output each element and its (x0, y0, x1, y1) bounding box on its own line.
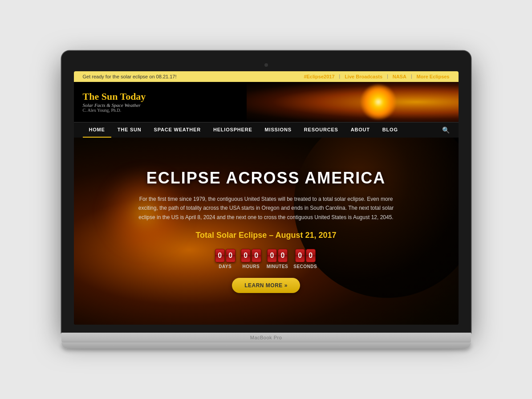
minutes-digit-1: 0 (267, 249, 277, 262)
days-digits: 0 0 (215, 249, 236, 262)
camera (264, 63, 268, 67)
hours-digits: 0 0 (241, 249, 261, 262)
hero-description: For the first time since 1979, the conti… (137, 195, 395, 222)
announcement-text: Get ready for the solar eclipse on 08.21… (83, 74, 177, 79)
nav-links: HOME THE SUN SPACE WEATHER HELIOSPHERE M… (83, 122, 404, 138)
nav-item-the-sun[interactable]: THE SUN (111, 122, 148, 138)
header-sun-glow (361, 84, 396, 120)
nav-item-heliosphere[interactable]: HELIOSPHERE (207, 122, 259, 138)
nav-item-resources[interactable]: RESOURCES (298, 122, 345, 138)
logo-subtitle: Solar Facts & Space Weather (83, 102, 146, 108)
countdown-days: 0 0 Days (215, 249, 236, 269)
eclipse2017-link[interactable]: #Eclipse2017 (304, 74, 334, 79)
announcement-bar: Get ready for the solar eclipse on 08.21… (74, 71, 459, 82)
days-digit-2: 0 (226, 249, 236, 262)
live-broadcasts-link[interactable]: Live Broadcasts (345, 74, 382, 79)
seconds-digit-1: 0 (295, 249, 305, 262)
learn-more-button[interactable]: LEARN MORE » (232, 278, 300, 293)
minutes-digit-2: 0 (278, 249, 288, 262)
minutes-digits: 0 0 (267, 249, 288, 262)
nav-item-about[interactable]: ABOUT (345, 122, 376, 138)
minutes-label: Minutes (267, 264, 288, 269)
nasa-link[interactable]: NASA (393, 74, 406, 79)
announcement-links: #Eclipse2017 | Live Broadcasts | NASA | … (304, 74, 449, 79)
more-eclipses-link[interactable]: More Eclipses (417, 74, 450, 79)
countdown-minutes: 0 0 Minutes (267, 249, 288, 269)
site-logo: The Sun Today Solar Facts & Space Weathe… (83, 91, 146, 113)
macbook-base (61, 342, 471, 349)
hero-section: ECLIPSE ACROSS AMERICA For the first tim… (74, 138, 459, 325)
macbook-label: MacBook Pro (250, 335, 282, 340)
website: Get ready for the solar eclipse on 08.21… (74, 71, 459, 325)
main-nav: HOME THE SUN SPACE WEATHER HELIOSPHERE M… (74, 122, 459, 138)
separator-2: | (387, 74, 388, 79)
days-label: Days (219, 264, 231, 269)
days-digit-1: 0 (215, 249, 225, 262)
separator-1: | (339, 74, 341, 79)
nav-item-home[interactable]: HOME (83, 122, 111, 138)
screen: Get ready for the solar eclipse on 08.21… (74, 71, 459, 325)
hero-subtitle: Total Solar Eclipse – August 21, 2017 (137, 231, 395, 240)
seconds-digit-2: 0 (306, 249, 316, 262)
logo-author: C. Alex Young, Ph.D. (83, 108, 146, 113)
countdown-hours: 0 0 Hours (241, 249, 261, 269)
screen-bezel: Get ready for the solar eclipse on 08.21… (61, 51, 471, 333)
nav-item-blog[interactable]: BLOG (376, 122, 404, 138)
countdown-seconds: 0 0 Seconds (293, 249, 317, 269)
logo-title[interactable]: The Sun Today (83, 91, 146, 102)
macbook-bottom: MacBook Pro (61, 333, 471, 342)
seconds-digits: 0 0 (295, 249, 316, 262)
site-header: The Sun Today Solar Facts & Space Weathe… (74, 82, 459, 122)
hero-content: ECLIPSE ACROSS AMERICA For the first tim… (137, 169, 395, 293)
header-sun-image (247, 82, 458, 122)
separator-3: | (411, 74, 412, 79)
countdown: 0 0 Days 0 0 Hours (137, 249, 395, 269)
hours-digit-1: 0 (241, 249, 251, 262)
hours-digit-2: 0 (252, 249, 261, 262)
nav-item-missions[interactable]: MISSIONS (259, 122, 298, 138)
nav-item-space-weather[interactable]: SPACE WEATHER (148, 122, 207, 138)
macbook-container: Get ready for the solar eclipse on 08.21… (61, 51, 471, 349)
hero-title: ECLIPSE ACROSS AMERICA (137, 169, 395, 187)
seconds-label: Seconds (293, 264, 317, 269)
hours-label: Hours (242, 264, 260, 269)
search-icon[interactable]: 🔍 (442, 126, 450, 134)
